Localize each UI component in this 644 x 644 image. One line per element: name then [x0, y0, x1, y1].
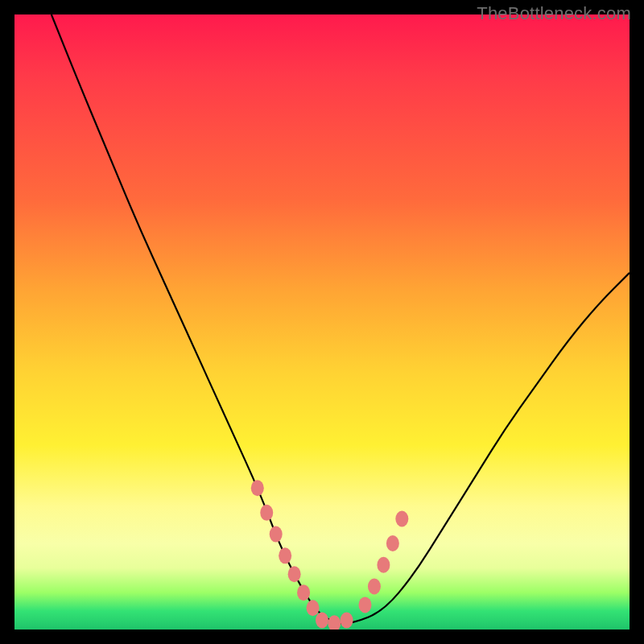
bead-marker — [395, 510, 408, 526]
bead-marker — [270, 526, 283, 543]
watermark-text: TheBottleneck.com — [477, 3, 631, 24]
chart-plot-area — [14, 14, 630, 630]
v-curve-line — [52, 14, 630, 623]
bead-marker — [316, 613, 328, 629]
bead-marker — [288, 566, 301, 582]
bead-marker — [279, 547, 291, 564]
bead-marker — [386, 535, 399, 551]
bead-marker — [251, 480, 264, 496]
bead-marker — [307, 600, 320, 616]
bead-marker — [377, 557, 390, 573]
bead-marker — [368, 579, 381, 595]
bead-marker — [328, 615, 341, 630]
bead-marker — [260, 505, 273, 521]
bead-marker — [297, 584, 310, 601]
bead-marker — [341, 613, 353, 629]
chart-svg — [14, 14, 630, 630]
chart-frame: TheBottleneck.com — [0, 0, 644, 644]
bead-marker — [358, 597, 371, 613]
